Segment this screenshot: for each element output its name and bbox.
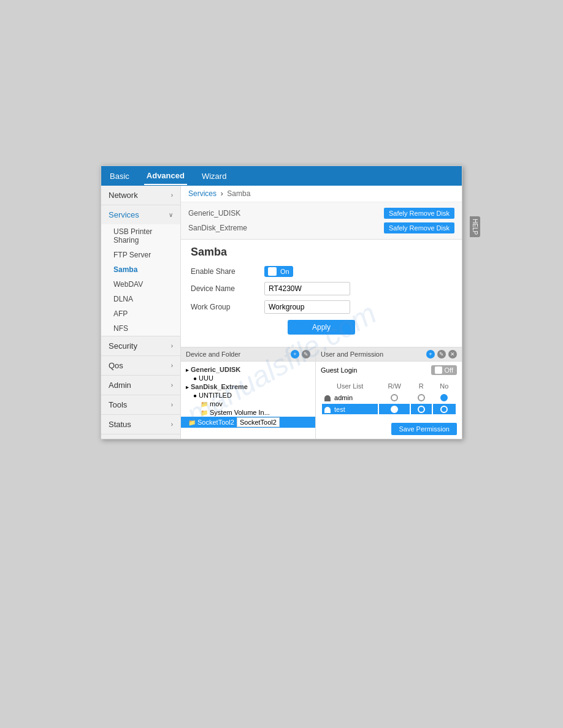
test-no-cell[interactable] [433,404,456,414]
test-rw-radio[interactable] [391,406,398,413]
safely-remove-btn-2[interactable]: Safely Remove Disk [384,222,454,233]
edit-folder-icon[interactable]: ✎ [302,350,310,358]
tree-label-system-volume: System Volume In... [210,409,270,416]
expand-icon-1: ▸ [186,366,189,373]
guest-login-row: Guest Login Off [321,365,457,375]
sidebar-qos-label: Qos [109,361,123,370]
sidebar-item-status[interactable]: Status › [101,415,180,434]
sidebar-item-dlna[interactable]: DLNA [101,292,180,306]
breadcrumb-parent[interactable]: Services [188,189,216,198]
folder-icon-system: 📁 [201,409,208,416]
col-no: No [433,381,456,391]
user-table-header-row: User List R/W R No [322,381,456,391]
delete-user-icon[interactable]: ✕ [448,350,457,358]
edit-user-icon[interactable]: ✎ [437,350,446,358]
user-permission-panel: User and Permission + ✎ ✕ Guest Login [316,347,462,439]
samba-config: Samba Enable Share On Device Name Work G… [181,240,462,347]
tree-system-volume[interactable]: 📁 System Volume In... [186,408,310,417]
user-table: User List R/W R No [321,380,457,415]
perm-content: Guest Login Off User List R/W [316,362,462,439]
admin-rw-cell[interactable] [379,392,410,403]
user-icon-admin [324,395,331,401]
user-permission-title: User and Permission [321,351,383,358]
admin-rw-radio[interactable] [391,394,398,401]
device-name-input[interactable] [264,282,350,295]
tree-generic-udisk[interactable]: ▸ Generic_UDISK [186,365,310,374]
chevron-right-icon-2: › [171,343,173,349]
tree-mov[interactable]: 📁 mov [186,400,310,408]
sidebar-services-label: Services [109,210,139,219]
tree-label-untitled: UNTITLED [199,392,232,399]
work-group-label: Work Group [191,303,264,311]
guest-login-toggle[interactable]: Off [431,365,457,375]
guest-login-label: Guest Login [321,366,357,374]
breadcrumb-current: Samba [227,189,250,198]
save-permission-button[interactable]: Save Permission [391,423,457,435]
test-no-radio[interactable] [440,406,448,413]
sidebar-item-afp[interactable]: AFP [101,306,180,321]
apply-button[interactable]: Apply [288,320,355,335]
sidebar-item-qos[interactable]: Qos › [101,356,180,375]
sidebar-item-usb-printer[interactable]: USB Printer Sharing [101,224,180,248]
sidebar-item-admin[interactable]: Admin › [101,376,180,395]
device-row-1: Generic_UDISK Safely Remove Disk [188,206,454,221]
safely-remove-btn-1[interactable]: Safely Remove Disk [384,208,454,219]
user-row-test[interactable]: test [322,404,456,414]
chevron-right-icon-5: › [171,401,173,408]
sidebar-services-submenu: USB Printer Sharing FTP Server Samba Web… [101,224,180,336]
sidebar-network-label: Network [109,191,138,200]
samba-title: Samba [191,246,452,259]
device-folder-header: Device and Folder + ✎ [181,347,315,362]
tree-untitled[interactable]: ● UNTITLED [186,391,310,400]
admin-r-radio[interactable] [418,394,425,401]
panel-header-icons: + ✎ [291,350,310,358]
sidebar-item-tools[interactable]: Tools › [101,395,180,414]
top-nav: Basic Advanced Wizard [101,166,462,186]
tree-label-generic-udisk: Generic_UDISK [191,366,240,373]
test-rw-cell[interactable] [379,404,410,414]
sidebar: Network › Services ∨ USB Printer Sharing… [101,186,181,439]
test-r-radio[interactable] [418,406,425,413]
enable-share-toggle[interactable]: On [264,266,293,277]
user-icon-test [324,407,331,413]
folder-name-input[interactable] [237,417,280,427]
tree-uuu[interactable]: ● UUU [186,374,310,382]
tree-sockettool2[interactable]: 📁 SocketTool2 [181,417,315,428]
sidebar-section-admin: Admin › [101,376,180,395]
enable-share-label: Enable Share [191,267,264,276]
admin-no-cell[interactable] [433,392,456,403]
test-r-cell[interactable] [411,404,432,414]
nav-wizard[interactable]: Wizard [199,168,229,184]
user-row-admin: admin [322,392,456,403]
sidebar-item-webdav[interactable]: WebDAV [101,277,180,292]
sidebar-item-network[interactable]: Network › [101,186,180,205]
admin-no-radio[interactable] [440,394,448,401]
sidebar-section-qos: Qos › [101,356,180,376]
sidebar-item-services[interactable]: Services ∨ [101,205,180,224]
tree-label-sockettool2: SocketTool2 [197,419,234,426]
guest-toggle-label: Off [445,366,453,374]
sidebar-status-label: Status [109,420,131,429]
nav-basic[interactable]: Basic [107,168,132,184]
enable-share-row: Enable Share On [191,266,452,277]
col-r: R [411,381,432,391]
perm-header-icons: + ✎ ✕ [426,350,457,358]
tree-label-uuu: UUU [199,374,213,382]
help-button[interactable]: HELP [470,216,480,237]
work-group-input[interactable] [264,300,350,314]
tree-sandisk-extreme[interactable]: ▸ SanDisk_Extreme [186,382,310,391]
sidebar-item-security[interactable]: Security › [101,336,180,355]
admin-r-cell[interactable] [411,392,432,403]
sidebar-item-nfs[interactable]: NFS [101,321,180,336]
save-perm-row: Save Permission [321,419,457,435]
add-folder-icon[interactable]: + [291,350,299,358]
work-group-row: Work Group [191,300,452,314]
nav-advanced[interactable]: Advanced [144,167,187,185]
main-layout: Network › Services ∨ USB Printer Sharing… [101,186,462,439]
sidebar-item-samba[interactable]: Samba [101,262,180,277]
tree-label-mov: mov [210,400,223,408]
device-folder-title: Device and Folder [186,351,240,358]
device-folder-panel: Device and Folder + ✎ ▸ Generic_UDISK [181,347,316,439]
sidebar-item-ftp-server[interactable]: FTP Server [101,248,180,262]
add-user-icon[interactable]: + [426,350,435,358]
